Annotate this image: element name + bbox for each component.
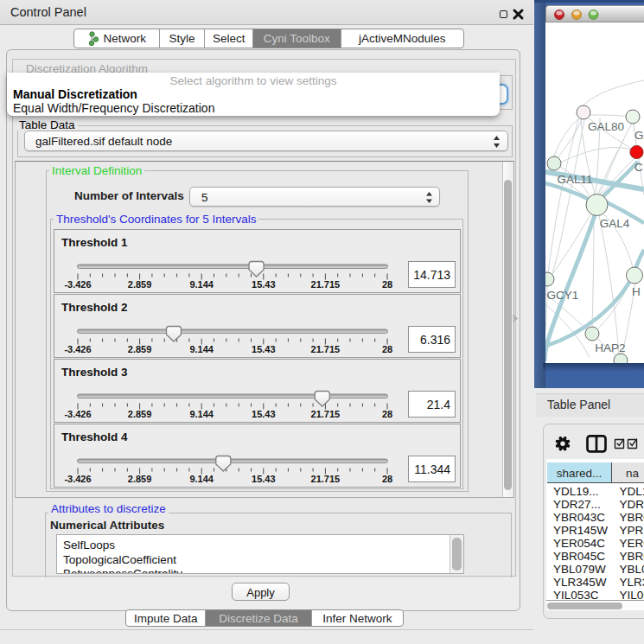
svg-text:9.144: 9.144 [189, 409, 214, 419]
svg-text:GAL80: GAL80 [588, 120, 624, 133]
svg-text:9.144: 9.144 [189, 279, 214, 290]
svg-text:15.43: 15.43 [252, 344, 276, 354]
svg-text:21.715: 21.715 [311, 279, 341, 290]
svg-text:GA: GA [634, 129, 644, 142]
svg-text:H: H [632, 285, 641, 298]
svg-text:GCY1: GCY1 [547, 289, 579, 302]
svg-text:21.715: 21.715 [311, 409, 341, 419]
svg-text:21.715: 21.715 [311, 474, 341, 484]
svg-text:2.859: 2.859 [128, 279, 152, 290]
svg-text:21.715: 21.715 [311, 344, 341, 354]
svg-text:HAP2: HAP2 [595, 341, 625, 354]
svg-text:28: 28 [382, 474, 392, 484]
svg-text:9.144: 9.144 [189, 474, 214, 484]
svg-text:28: 28 [382, 344, 392, 354]
svg-text:9.144: 9.144 [189, 344, 214, 354]
svg-text:28: 28 [382, 409, 392, 419]
svg-text:GAL4: GAL4 [600, 217, 630, 230]
svg-text:-3.426: -3.426 [64, 279, 91, 290]
svg-text:28: 28 [382, 279, 392, 290]
svg-text:-3.426: -3.426 [64, 344, 91, 354]
svg-text:15.43: 15.43 [252, 279, 276, 290]
svg-text:2.859: 2.859 [128, 474, 152, 484]
svg-text:-3.426: -3.426 [64, 409, 91, 419]
svg-text:2.859: 2.859 [128, 344, 152, 354]
svg-text:15.43: 15.43 [252, 474, 276, 484]
svg-text:-3.426: -3.426 [64, 474, 91, 484]
svg-text:15.43: 15.43 [252, 409, 276, 419]
svg-text:C: C [634, 161, 643, 174]
svg-text:2.859: 2.859 [128, 409, 152, 419]
svg-text:GAL11: GAL11 [557, 173, 592, 186]
